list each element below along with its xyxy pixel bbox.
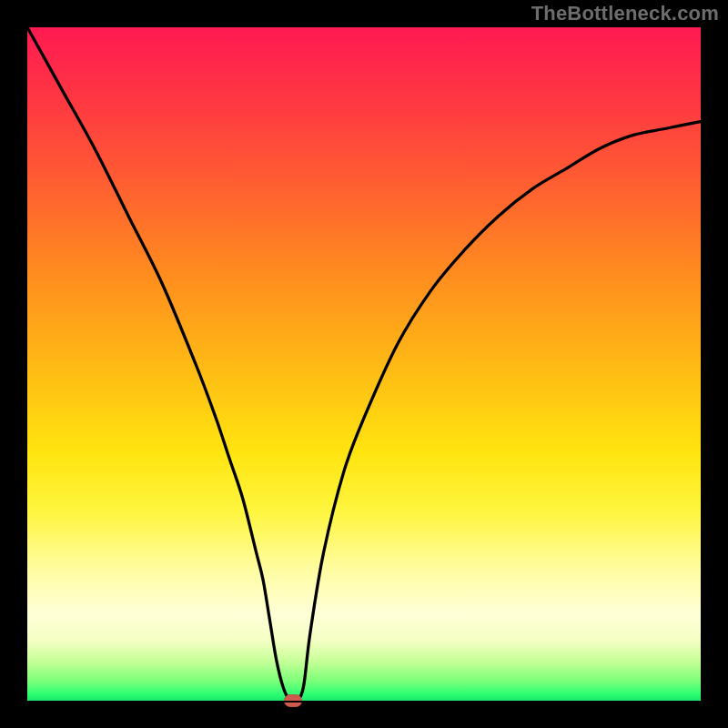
chart-frame: TheBottleneck.com — [0, 0, 728, 728]
watermark-text: TheBottleneck.com — [531, 2, 719, 25]
x-axis-baseline — [27, 701, 701, 703]
bottleneck-curve — [27, 27, 701, 701]
plot-area — [27, 27, 701, 701]
